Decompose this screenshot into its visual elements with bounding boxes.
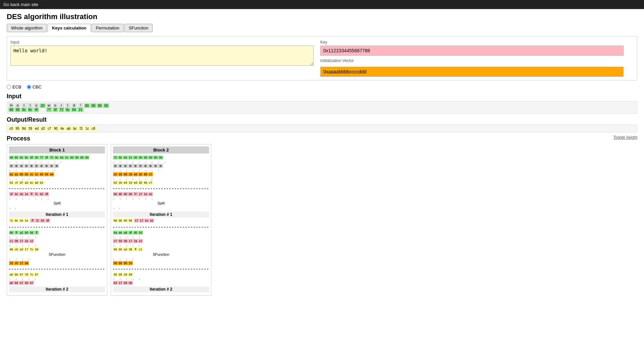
hex-cell: 2e bbox=[19, 192, 24, 196]
hex-cell: b0 bbox=[118, 261, 123, 265]
hex-cell: a1 bbox=[148, 192, 153, 196]
hex-cell: 03 bbox=[138, 231, 143, 235]
block2-split-row: ↓ ↓ bbox=[113, 206, 209, 210]
hex-cell: 17 bbox=[139, 219, 144, 223]
cbc-radio[interactable] bbox=[27, 85, 31, 89]
tab-whole-algorithm[interactable]: Whole algorithm bbox=[7, 24, 47, 32]
hex-cell: ff bbox=[29, 192, 34, 196]
input-hex-cell: 00 bbox=[84, 103, 90, 112]
input-label: Input bbox=[10, 40, 314, 45]
hex-cell: 20 bbox=[34, 156, 39, 160]
hex-cell: 67 bbox=[29, 281, 34, 285]
hex-cell: 17 bbox=[19, 239, 24, 243]
hex-cell: 7c bbox=[29, 247, 34, 251]
hex-cell: 62 bbox=[39, 192, 44, 196]
hex-cell: c0 bbox=[14, 261, 19, 265]
hex-cell: 17 bbox=[134, 219, 139, 223]
cbc-label[interactable]: CBC bbox=[27, 84, 42, 89]
hex-cell: 2a bbox=[24, 239, 29, 243]
hex-cell: e9 bbox=[123, 181, 128, 185]
block1-sf-row1: 6bffa2b056ff bbox=[9, 231, 105, 235]
output-hex-cell: 90 bbox=[53, 126, 59, 131]
block2-arrows3: ↓ ↓ ↓ ↓ ↓ ↓ ↓ bbox=[113, 177, 209, 180]
input-hex-cell: e65 bbox=[15, 103, 20, 112]
output-hex-cell: bc bbox=[72, 126, 78, 131]
output-hex-row: c0958d39edd2c7904eabbcf31cc8 bbox=[7, 125, 637, 132]
output-hex-cell: 8d bbox=[21, 126, 27, 131]
main-content: DES algorithm illustration Whole algorit… bbox=[0, 9, 644, 299]
hex-cell: 1e bbox=[24, 192, 29, 196]
hex-cell: 6b bbox=[9, 231, 14, 235]
block1-iter2-label: Iteration # 2 bbox=[9, 286, 105, 292]
hex-cell: ⊕ bbox=[128, 164, 133, 168]
hex-cell: 6f bbox=[29, 156, 34, 160]
block1-sf-result: 96c0a3177c3d bbox=[9, 247, 105, 251]
hex-cell: 18 bbox=[128, 181, 133, 185]
hex-cell: 7c bbox=[9, 219, 14, 223]
back-link[interactable]: Go back main site bbox=[3, 2, 38, 7]
iv-input[interactable] bbox=[320, 67, 624, 77]
block1-title: Block 1 bbox=[9, 146, 105, 154]
hex-cell: b0 bbox=[24, 172, 29, 176]
block1-split-arrow-l: ↓ bbox=[9, 206, 13, 210]
block1-perm-row: 2f6c2e1efff162df bbox=[9, 192, 105, 196]
tab-bar: Whole algorithm Keys calculation Permuta… bbox=[7, 24, 637, 32]
block1-iter1-label: Iteration # 1 bbox=[9, 212, 105, 218]
hex-cell: cc bbox=[29, 172, 34, 176]
iv-label: Initialization Vector bbox=[320, 58, 624, 63]
hex-cell: ec bbox=[29, 181, 34, 185]
hex-cell: 00 bbox=[74, 156, 79, 160]
hex-cell: cc bbox=[34, 172, 39, 176]
ecb-label[interactable]: ECB bbox=[7, 84, 21, 89]
hex-cell: ⊕ bbox=[34, 164, 39, 168]
toggle-height-button[interactable]: Toggle height bbox=[613, 135, 637, 140]
hex-cell: 00 bbox=[158, 156, 163, 160]
block2-sf-row2: c75908172ac2 bbox=[113, 239, 209, 243]
hex-cell: 59 bbox=[118, 239, 123, 243]
hex-cell: 8c bbox=[14, 219, 19, 223]
hex-cell: c7 bbox=[148, 172, 153, 176]
hex-cell: 6c bbox=[118, 156, 123, 160]
block2-sf-row1: 6aa6a88fd503 bbox=[113, 231, 209, 235]
hex-cell: 08 bbox=[123, 239, 128, 243]
input-textarea[interactable]: Hello world! bbox=[10, 46, 314, 66]
block2-perm-output: 6599299d bbox=[113, 273, 209, 277]
hex-cell: 65 bbox=[118, 247, 123, 251]
block1-arrows1: ↓ ↓ ↓ ↓ ↓ ↓ ↓ ↓ ↓ bbox=[9, 160, 105, 164]
hex-cell: 90 bbox=[123, 219, 128, 223]
hex-cell: 6c bbox=[19, 156, 24, 160]
input-hex-cell: 20 bbox=[40, 103, 45, 112]
hex-cell: 64 bbox=[59, 156, 64, 160]
key-input[interactable] bbox=[320, 46, 624, 56]
hex-cell: d2 bbox=[138, 181, 143, 185]
tab-keys-calculation[interactable]: Keys calculation bbox=[48, 24, 91, 32]
hex-cell: a3 bbox=[19, 247, 24, 251]
tab-permutation[interactable]: Permutation bbox=[92, 24, 124, 32]
process-title: Process bbox=[7, 135, 30, 142]
hex-cell: ff bbox=[34, 231, 39, 235]
hex-cell: a8 bbox=[34, 181, 39, 185]
hex-cell: c2 bbox=[138, 239, 143, 243]
ecb-radio[interactable] bbox=[7, 85, 11, 89]
hex-cell: ⊕ bbox=[9, 164, 14, 168]
output-hex-cell: c7 bbox=[47, 126, 52, 131]
block1-iter1-row: 7c8c2e1e fff162df bbox=[9, 219, 105, 223]
block1-sf-arrows2: ↓ ↓ ↓ ↓ ↓ bbox=[9, 244, 105, 247]
block2-xor-row: ⊕⊕⊕⊕⊕⊕⊕⊕⊕⊕ bbox=[113, 164, 209, 168]
block1-sf-row2: c108172ac2 bbox=[9, 239, 105, 243]
block2-split-arrow-l: ↓ bbox=[113, 206, 117, 210]
hex-cell: df bbox=[44, 192, 49, 196]
tab-sfunction[interactable]: SFunction bbox=[124, 24, 153, 32]
hex-cell: ⊕ bbox=[29, 164, 34, 168]
hex-cell: ⊕ bbox=[113, 164, 118, 168]
hex-cell: ⊕ bbox=[44, 164, 49, 168]
block1-perm-lines bbox=[9, 266, 105, 272]
hex-cell: 90 bbox=[143, 181, 148, 185]
hex-cell: b0 bbox=[19, 172, 24, 176]
hex-cell: 9d bbox=[128, 273, 133, 277]
output-hex-cell: d2 bbox=[40, 126, 46, 131]
hex-cell: 1e bbox=[143, 192, 148, 196]
hex-cell: 95 bbox=[118, 172, 123, 176]
hex-cell: ⊕ bbox=[24, 164, 29, 168]
hex-cell: c1 bbox=[138, 247, 143, 251]
